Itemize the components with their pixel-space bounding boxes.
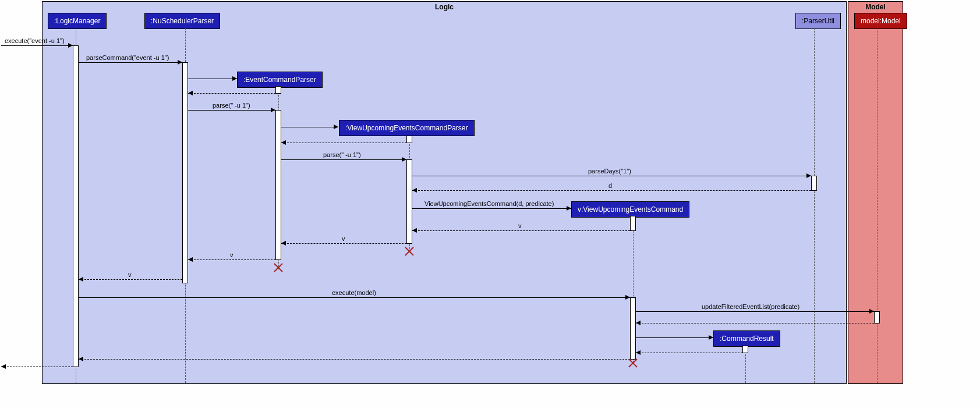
participant-view-upcoming-events-command-parser: :ViewUpcomingEventsCommandParser xyxy=(339,120,475,136)
msg-return-lm xyxy=(79,359,630,360)
msg-create-vuec xyxy=(412,208,571,209)
msg-create-ecp xyxy=(188,79,237,79)
activation-nsp xyxy=(182,62,188,283)
arrow-icon xyxy=(636,350,641,355)
lifeline-model xyxy=(877,28,878,383)
msg-label: parseCommand("event -u 1") xyxy=(86,54,169,61)
arrow-icon xyxy=(567,206,571,211)
activation-pu xyxy=(811,176,817,191)
msg-return-vuecp xyxy=(281,143,406,143)
arrow-icon xyxy=(281,140,286,145)
msg-return-ecp xyxy=(188,93,275,94)
arrow-icon xyxy=(232,76,237,81)
frame-model: Model xyxy=(848,1,903,384)
arrow-icon xyxy=(625,295,630,300)
arrow-icon xyxy=(271,108,275,112)
msg-label: execute(model) xyxy=(332,289,376,296)
participant-view-upcoming-events-command: v:ViewUpcomingEventsCommand xyxy=(571,201,689,218)
arrow-icon xyxy=(806,173,811,178)
msg-create-cr xyxy=(636,337,713,338)
msg-update-filtered xyxy=(636,311,874,312)
activation-vuec-2 xyxy=(630,297,636,360)
arrow-icon xyxy=(869,309,874,314)
participant-command-result: :CommandResult xyxy=(713,330,780,347)
lifeline-parser-util xyxy=(814,28,815,383)
msg-label: v xyxy=(230,251,233,258)
activation-vuec-1 xyxy=(630,216,636,231)
msg-label: execute("event -u 1") xyxy=(5,37,65,44)
msg-return-d xyxy=(412,190,811,191)
participant-event-command-parser: :EventCommandParser xyxy=(237,72,323,88)
arrow-icon xyxy=(412,188,417,193)
activation-ecp-2 xyxy=(275,110,281,260)
participant-parser-util: :ParserUtil xyxy=(795,13,841,29)
msg-return-external xyxy=(1,367,73,367)
arrow-icon xyxy=(709,335,713,340)
msg-return-v1 xyxy=(412,230,630,231)
msg-execute-event xyxy=(1,45,73,46)
msg-parse-days xyxy=(412,176,811,176)
arrow-icon xyxy=(1,364,6,369)
arrow-icon xyxy=(334,125,338,129)
msg-label: updateFilteredEventList(predicate) xyxy=(702,303,799,310)
activation-lm xyxy=(73,45,79,367)
msg-label: parseDays("1") xyxy=(588,168,631,175)
activation-model xyxy=(874,311,880,323)
sequence-diagram: Logic Model :LogicManager :NuSchedulerPa… xyxy=(0,0,980,409)
arrow-icon xyxy=(79,357,83,361)
msg-parse-2 xyxy=(281,159,406,160)
activation-ecp-1 xyxy=(275,86,281,94)
participant-nu-scheduler-parser: :NuSchedulerParser xyxy=(144,13,220,29)
destroy-icon xyxy=(627,357,639,368)
msg-parse-command xyxy=(79,62,182,63)
arrow-icon xyxy=(188,257,193,262)
msg-label: ViewUpcomingEventsCommand(d, predicate) xyxy=(424,200,554,207)
arrow-icon xyxy=(636,321,641,325)
arrow-icon xyxy=(412,228,417,233)
msg-return-cr xyxy=(636,353,742,353)
destroy-icon xyxy=(404,245,415,257)
msg-label: parse(" -u 1") xyxy=(213,102,250,109)
frame-model-label: Model xyxy=(865,3,886,11)
participant-model: model:Model xyxy=(854,13,907,29)
msg-execute-model xyxy=(79,297,630,298)
frame-logic-label: Logic xyxy=(435,3,454,11)
arrow-icon xyxy=(188,91,193,95)
msg-return-v3 xyxy=(188,259,275,260)
participant-logic-manager: :LogicManager xyxy=(48,13,107,29)
msg-label: d xyxy=(608,182,612,189)
arrow-icon xyxy=(281,241,286,246)
arrow-icon xyxy=(402,157,406,162)
arrow-icon xyxy=(68,43,73,48)
msg-label: v xyxy=(518,222,522,229)
activation-vuecp-2 xyxy=(406,159,412,244)
arrow-icon xyxy=(79,277,83,282)
msg-return-v4 xyxy=(79,279,182,280)
arrow-icon xyxy=(178,60,182,65)
msg-label: parse(" -u 1") xyxy=(323,151,361,158)
msg-return-v2 xyxy=(281,243,406,244)
activation-vuecp-1 xyxy=(406,136,412,143)
msg-parse-1 xyxy=(188,110,275,111)
destroy-icon xyxy=(273,261,284,273)
msg-return-model xyxy=(636,323,874,323)
msg-label: v xyxy=(128,271,132,278)
activation-cr xyxy=(742,346,748,353)
msg-create-vuecp xyxy=(281,127,338,127)
msg-label: v xyxy=(342,235,345,242)
